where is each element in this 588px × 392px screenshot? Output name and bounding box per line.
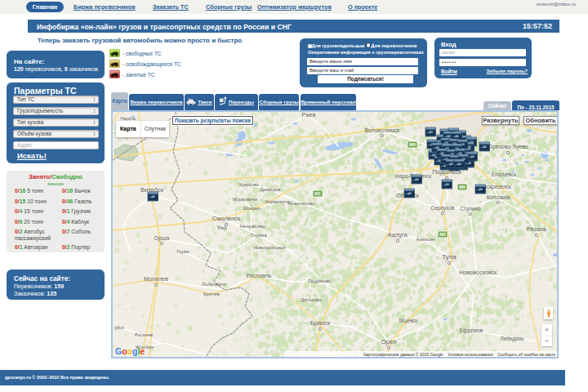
svg-text:Ржев: Ржев <box>302 112 316 118</box>
svg-text:Калуга: Калуга <box>388 231 408 238</box>
svg-text:Ефремов: Ефремов <box>460 327 483 334</box>
svg-text:Орехово-Зуево: Орехово-Зуево <box>488 144 528 150</box>
svg-text:Рай: Рай <box>218 225 227 230</box>
svg-text:М5: М5 <box>459 185 466 189</box>
svg-text:Коломна: Коломна <box>487 194 510 200</box>
svg-text:Дятьково: Дятьково <box>301 297 322 302</box>
svg-text:Могилев: Могилев <box>144 275 168 283</box>
svg-text:Людиново: Людиново <box>308 278 332 283</box>
svg-text:М2: М2 <box>439 232 446 237</box>
svg-text:Рославль: Рославль <box>246 273 271 278</box>
svg-text:Ступино: Ступино <box>460 206 481 212</box>
svg-text:Волоколамск: Волоколамск <box>365 127 401 133</box>
svg-text:Алексин: Алексин <box>416 237 434 242</box>
svg-text:Горки: Горки <box>176 249 189 254</box>
svg-text:Кираевичи: Кираевичи <box>265 199 290 204</box>
svg-text:Мурковичи: Мурковичи <box>233 197 257 202</box>
svg-text:Лобковичи: Лобковичи <box>202 282 226 287</box>
svg-text:Непрасово: Непрасово <box>240 224 265 229</box>
svg-text:Крюково: Крюково <box>239 182 259 187</box>
svg-text:Тула: Тула <box>442 253 457 261</box>
svg-text:Егорьевск: Егорьевск <box>492 172 516 178</box>
svg-text:Смоленск: Смоленск <box>212 215 241 222</box>
svg-text:Рязань: Рязань <box>527 225 547 233</box>
svg-text:Мценск: Мценск <box>399 318 418 324</box>
svg-text:М1: М1 <box>314 191 321 196</box>
svg-text:Демидов: Демидов <box>261 187 281 192</box>
svg-text:Мгалтасово: Мгалтасово <box>288 201 315 206</box>
svg-text:уйск: уйск <box>114 325 124 330</box>
svg-text:Брянск: Брянск <box>310 319 331 327</box>
svg-text:Орёл: Орёл <box>381 338 397 345</box>
svg-text:М9: М9 <box>409 142 416 147</box>
svg-text:Лебедянь: Лебедянь <box>500 336 524 342</box>
svg-text:Серпухов: Серпухов <box>431 205 455 212</box>
svg-text:Новомосковск: Новомосковск <box>459 270 497 275</box>
svg-text:Орша: Орша <box>154 235 170 242</box>
svg-text:Рогачев: Рогачев <box>135 332 153 337</box>
svg-text:Глинка: Глинка <box>251 233 267 238</box>
svg-text:Шокино: Шокино <box>243 206 261 211</box>
svg-text:Новотроицкое: Новотроицкое <box>253 245 286 250</box>
svg-text:Кричев: Кричев <box>203 292 220 296</box>
